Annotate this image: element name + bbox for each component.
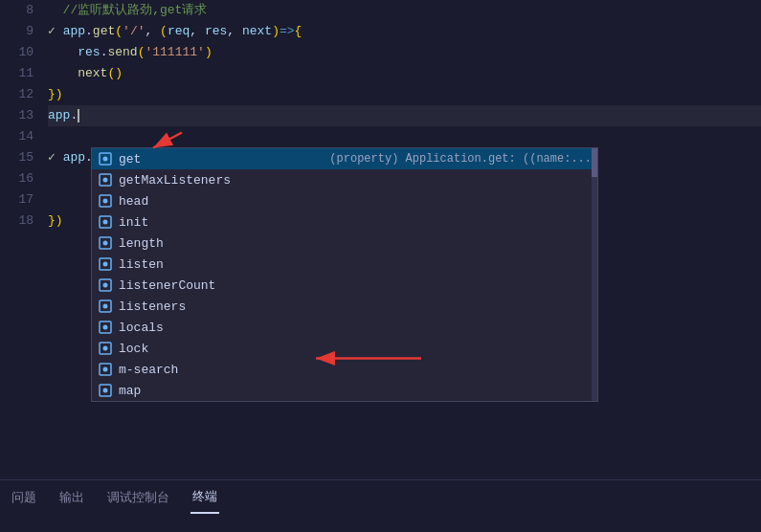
bottom-content [0,514,761,532]
item-label-m-search: m-search [119,363,592,377]
item-icon-listen [98,256,113,272]
code-line-14 [48,126,761,147]
autocomplete-item-get[interactable]: get (property) Application.get: ((name:.… [92,148,597,169]
item-icon-head [98,193,113,209]
code-line-10: res.send('111111') [48,42,761,63]
item-label-listenercount: listenerCount [119,278,592,293]
item-icon-map [98,383,113,398]
autocomplete-scrollbar-thumb[interactable] [592,148,597,177]
bottom-panel: 问题 输出 调试控制台 终端 [0,479,761,532]
autocomplete-item-head[interactable]: head [92,190,597,211]
tab-problems[interactable]: 问题 [10,480,38,514]
autocomplete-dropdown[interactable]: get (property) Application.get: ((name:.… [91,147,598,402]
autocomplete-item-length[interactable]: length [92,233,597,254]
svg-point-13 [103,283,108,288]
autocomplete-item-locals[interactable]: locals [92,317,597,338]
svg-point-1 [103,157,108,162]
item-label-map: map [119,384,592,398]
svg-point-7 [103,220,108,225]
text-cursor [78,109,79,122]
tab-output[interactable]: 输出 [57,480,86,514]
svg-point-17 [103,325,108,330]
svg-point-5 [103,199,108,204]
code-line-11: next() [48,63,761,84]
item-label-getmaxlisteners: getMaxListeners [119,173,592,188]
autocomplete-item-listenercount[interactable]: listenerCount [92,275,597,296]
tab-debug-console[interactable]: 调试控制台 [105,480,171,514]
comment-text: //监听默认路劲,get请求 [48,0,207,21]
item-label-listeners: listeners [119,299,592,314]
svg-point-3 [103,178,108,183]
item-icon-getmaxlisteners [98,172,113,188]
svg-point-9 [103,241,108,246]
item-label-init: init [119,215,592,230]
item-icon-m-search [98,362,113,377]
item-icon-init [98,214,113,230]
bottom-tabs: 问题 输出 调试控制台 终端 [0,480,761,514]
item-label-length: length [119,236,592,251]
item-icon-lock [98,341,113,356]
autocomplete-item-init[interactable]: init [92,211,597,233]
item-icon-length [98,235,113,251]
editor-area: 8 9 10 11 12 13 14 15 16 17 18 //监听默认路劲,… [0,0,761,479]
tab-terminal[interactable]: 终端 [190,480,219,514]
autocomplete-item-map[interactable]: map [92,380,597,401]
code-line-13: app. [48,105,761,126]
item-label-listen: listen [119,257,592,272]
autocomplete-item-getmaxlisteners[interactable]: getMaxListeners [92,169,597,190]
item-label-get: get [119,152,320,166]
autocomplete-item-listen[interactable]: listen [92,254,597,275]
svg-point-19 [103,346,108,351]
autocomplete-item-m-search[interactable]: m-search [92,359,597,380]
item-icon-listenercount [98,277,113,293]
code-line-12: }) [48,84,761,105]
svg-point-23 [103,388,108,393]
item-label-lock: lock [119,342,592,356]
code-line-8: //监听默认路劲,get请求 [48,0,761,21]
item-label-locals: locals [119,321,592,335]
item-label-head: head [119,194,592,209]
item-desc-get: (property) Application.get: ((name:... [329,152,592,166]
code-line-9: ✓ app.get('/', (req, res, next)=>{ [48,21,761,42]
line-numbers: 8 9 10 11 12 13 14 15 16 17 18 [0,0,43,479]
autocomplete-item-listeners[interactable]: listeners [92,296,597,317]
item-icon-get [98,151,113,166]
svg-point-11 [103,262,108,267]
item-icon-listeners [98,299,113,314]
svg-point-21 [103,367,108,372]
svg-point-15 [103,304,108,309]
autocomplete-scrollbar[interactable] [592,148,597,401]
item-icon-locals [98,320,113,335]
autocomplete-item-lock[interactable]: lock [92,338,597,359]
